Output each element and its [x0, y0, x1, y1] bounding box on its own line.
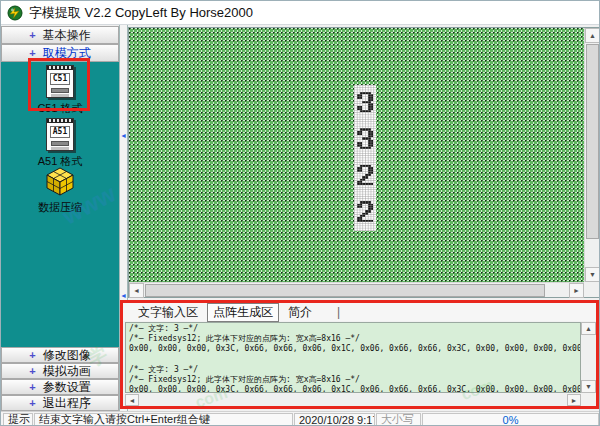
c51-document-icon: C51 — [46, 65, 74, 98]
status-datetime: 2020/10/28 9:17:27 — [294, 413, 375, 426]
sidebar-section-label: 取模方式 — [43, 45, 91, 62]
a51-badge: A51 — [50, 126, 70, 138]
plus-icon: + — [29, 381, 35, 393]
splitter-collapse-icon[interactable]: ◄ — [120, 292, 128, 300]
a51-document-icon: A51 — [46, 118, 74, 151]
scroll-right-button[interactable]: ► — [567, 394, 581, 406]
code-line: /*— 文字: 3 —*/ — [129, 324, 580, 334]
sidebar-section-parameter-settings[interactable]: + 参数设置 — [1, 379, 119, 395]
code-line: /*— Fixedsys12; 此字体下对应的点阵为: 宽x高=8x16 —*/ — [129, 375, 580, 385]
sidebar-section-simulate-animation[interactable]: + 模拟动画 — [1, 363, 119, 379]
tool-label: C51 格式 — [1, 101, 119, 116]
tab-divider: | — [337, 305, 340, 319]
plus-icon: + — [29, 365, 35, 377]
code-line — [129, 355, 580, 365]
sidebar-section-label: 退出程序 — [43, 395, 91, 412]
status-progress: 0% — [422, 413, 599, 426]
status-bar: 提示 结束文字输入请按Ctrl+Enter组合键 2020/10/28 9:17… — [1, 411, 600, 426]
scroll-left-button[interactable]: ◄ — [129, 283, 144, 298]
scroll-down-button[interactable]: ▼ — [585, 267, 600, 282]
title-bar: 字模提取 V2.2 CopyLeft By Horse2000 — [1, 1, 599, 25]
code-line: /*— Fixedsys12; 此字体下对应的点阵为: 宽x高=8x16 —*/ — [129, 334, 580, 344]
grid-horizontal-scrollbar[interactable]: ◄ ► — [129, 282, 584, 297]
c51-badge: C51 — [50, 73, 70, 85]
scroll-right-button[interactable]: ► — [569, 283, 584, 298]
tool-label: 数据压缩 — [1, 200, 119, 215]
glyph-strip-canvas — [354, 85, 376, 231]
sidebar-section-label: 基本操作 — [43, 27, 91, 44]
sidebar-section-exit-program[interactable]: + 退出程序 — [1, 395, 119, 411]
scrollbar-thumb[interactable] — [586, 44, 599, 239]
sidebar-section-label: 参数设置 — [43, 379, 91, 396]
scrollbar-corner — [584, 282, 599, 297]
plus-icon: + — [29, 349, 35, 361]
code-output-area[interactable]: /*— 文字: 3 —*/ /*— Fixedsys12; 此字体下对应的点阵为… — [125, 322, 581, 393]
scroll-left-button[interactable]: ◄ — [125, 394, 139, 406]
tool-data-compress[interactable]: 数据压缩 — [1, 167, 119, 215]
sidebar-section-edit-image[interactable]: + 修改图像 — [1, 347, 119, 363]
glyph-column-strip — [354, 85, 376, 231]
splitter-collapse-icon[interactable]: ◄ — [120, 132, 128, 140]
window-title: 字模提取 V2.2 CopyLeft By Horse2000 — [29, 4, 253, 22]
pixel-grid-canvas[interactable] — [129, 28, 584, 282]
tab-text-input[interactable]: 文字输入区 — [133, 304, 203, 321]
app-logo-icon — [7, 5, 23, 21]
output-tab-bar: 文字输入区 点阵生成区 简介 | — [123, 303, 596, 321]
code-line: 0x00, 0x00, 0x00, 0x3C, 0x66, 0x66, 0x06… — [129, 344, 580, 354]
code-line: /*— 文字: 3 —*/ — [129, 365, 580, 375]
code-horizontal-scrollbar[interactable]: ◄ ► — [125, 394, 581, 406]
scroll-down-button[interactable]: ▼ — [581, 380, 596, 393]
app-window: 字模提取 V2.2 CopyLeft By Horse2000 + 基本操作 +… — [0, 0, 600, 426]
scroll-up-button[interactable]: ▲ — [585, 28, 600, 43]
grid-vertical-scrollbar[interactable]: ▲ ▼ — [584, 28, 599, 282]
tab-dot-matrix-output[interactable]: 点阵生成区 — [207, 303, 279, 322]
code-line: 0x00, 0x00, 0x00, 0x3C, 0x66, 0x66, 0x06… — [129, 385, 580, 393]
sidebar-section-label: 修改图像 — [43, 347, 91, 364]
tool-c51-format[interactable]: C51 C51 格式 — [1, 65, 119, 116]
tool-a51-format[interactable]: A51 A51 格式 — [1, 118, 119, 169]
pixel-grid-region: ▲ ▼ ◄ ► — [128, 27, 600, 298]
plus-icon: + — [29, 397, 35, 409]
plus-icon: + — [29, 47, 35, 59]
scroll-up-button[interactable]: ▲ — [581, 322, 596, 335]
sidebar-section-extract-mode[interactable]: + 取模方式 — [1, 44, 119, 62]
sidebar-section-label: 模拟动画 — [43, 363, 91, 380]
cube-icon — [44, 167, 76, 197]
status-message: 结束文字输入请按Ctrl+Enter组合键 — [34, 413, 293, 426]
code-vertical-scrollbar[interactable]: ▲ ▼ — [581, 322, 596, 393]
output-panel-annotation: 文字输入区 点阵生成区 简介 | /*— 文字: 3 —*/ /*— Fixed… — [120, 300, 599, 409]
scrollbar-thumb[interactable] — [145, 284, 545, 297]
sidebar-section-basic-ops[interactable]: + 基本操作 — [1, 26, 119, 44]
status-caps-indicator: 大小写 — [376, 413, 421, 426]
plus-icon: + — [29, 29, 35, 41]
tab-intro[interactable]: 简介 — [283, 304, 317, 321]
status-hint-label: 提示 — [3, 413, 33, 426]
